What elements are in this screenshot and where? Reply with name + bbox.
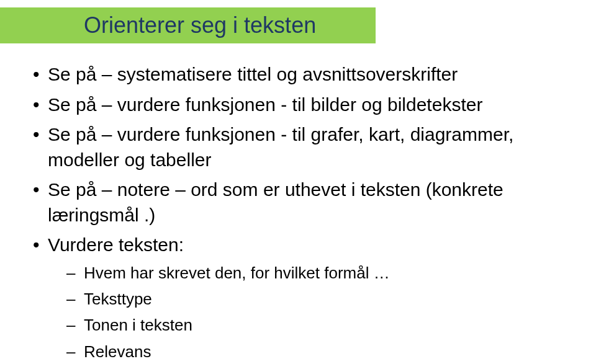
sub-list-item: Teksttype xyxy=(48,288,568,310)
sub-list-item: Relevans xyxy=(48,340,568,363)
sub-list-item-text: Hvem har skrevet den, for hvilket formål… xyxy=(84,264,390,282)
sub-list-item-text: Teksttype xyxy=(84,290,152,308)
list-item: Se på – notere – ord som er uthevet i te… xyxy=(28,177,568,228)
list-item-text: Se på – systematisere tittel og avsnitts… xyxy=(48,64,458,84)
sub-list-item-text: Tonen i teksten xyxy=(84,316,192,334)
sub-list-item-text: Relevans xyxy=(84,342,151,361)
sub-list-item: Tonen i teksten xyxy=(48,314,568,336)
sub-bullet-list: Hvem har skrevet den, for hvilket formål… xyxy=(48,262,568,365)
list-item-text: Se på – vurdere funksjonen - til bilder … xyxy=(48,94,482,115)
sub-list-item: Hvem har skrevet den, for hvilket formål… xyxy=(48,262,568,284)
list-item-text: Se på – notere – ord som er uthevet i te… xyxy=(48,179,503,225)
page-title: Orienterer seg i teksten xyxy=(84,12,316,38)
list-item-text: Se på – vurdere funksjonen - til grafer,… xyxy=(48,124,513,170)
content-area: Se på – systematisere tittel og avsnitts… xyxy=(28,62,568,364)
list-item: Vurdere teksten: Hvem har skrevet den, f… xyxy=(28,233,568,364)
list-item: Se på – vurdere funksjonen - til grafer,… xyxy=(28,122,568,172)
bullet-list: Se på – systematisere tittel og avsnitts… xyxy=(28,62,568,364)
list-item: Se på – vurdere funksjonen - til bilder … xyxy=(28,92,568,118)
list-item: Se på – systematisere tittel og avsnitts… xyxy=(28,62,568,87)
title-bar: Orienterer seg i teksten xyxy=(0,7,376,43)
list-item-text: Vurdere teksten: xyxy=(48,234,184,255)
